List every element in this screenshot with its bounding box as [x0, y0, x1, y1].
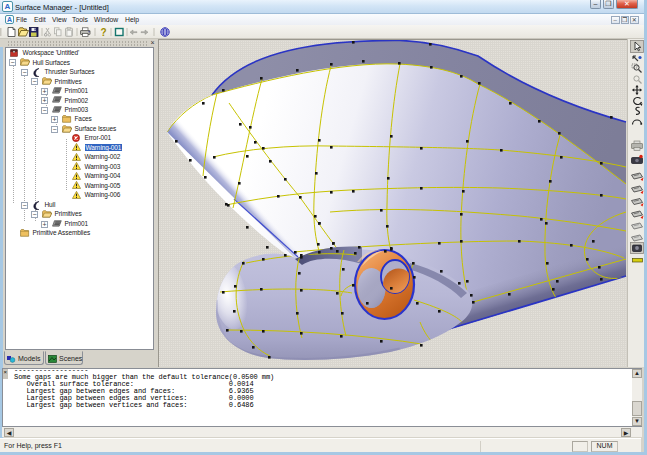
svg-text:?: ?: [101, 27, 107, 38]
